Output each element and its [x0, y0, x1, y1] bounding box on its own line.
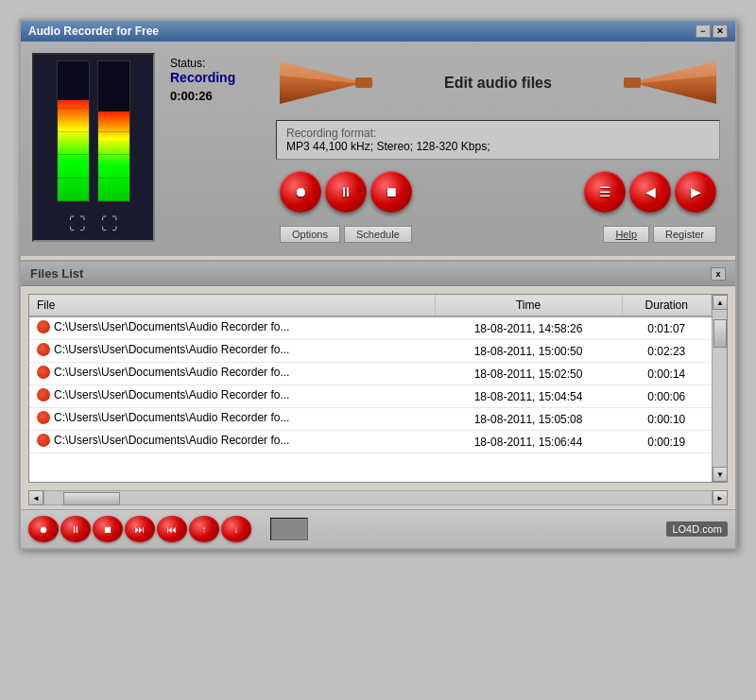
rewind-button[interactable]: ◀ [629, 171, 671, 213]
tb-pause-button[interactable]: ⏸ [60, 516, 91, 542]
col-file: File [29, 295, 435, 316]
close-button[interactable]: ✕ [713, 25, 728, 38]
record-button[interactable]: ⏺ [280, 171, 321, 213]
vu-meters [57, 60, 130, 202]
h-scroll-thumb[interactable] [63, 492, 120, 505]
pause-button[interactable]: ⏸ [325, 171, 367, 213]
tb-btn4-icon: ⏭ [135, 524, 145, 535]
expand-left-icon[interactable]: ⛶ [69, 214, 86, 234]
stop-button[interactable]: ⏹ [370, 171, 412, 213]
table-row[interactable]: C:\Users\User\Documents\Audio Recorder f… [29, 340, 712, 363]
stop-icon: ⏹ [385, 184, 398, 199]
expand-right-icon[interactable]: ⛶ [101, 214, 118, 234]
scroll-up-button[interactable]: ▲ [713, 295, 728, 310]
main-window: Audio Recorder for Free − ✕ [19, 19, 737, 550]
bottom-toolbar: ⏺ ⏸ ⏹ ⏭ ⏮ ↑ ↓ LO4D.com [21, 509, 735, 548]
files-table-inner[interactable]: File Time Duration C:\Users\User\Documen… [29, 295, 712, 482]
options-button[interactable]: Options [280, 226, 340, 243]
playback-transport-group: ☰ ◀ ▶ [584, 171, 716, 213]
status-time: 0:00:26 [170, 89, 257, 103]
tb-btn5[interactable]: ⏮ [157, 516, 187, 542]
record-icon: ⏺ [294, 184, 307, 199]
right-panel: Edit audio files [272, 53, 724, 245]
vu-bottom-icons: ⛶ ⛶ [69, 214, 118, 234]
scroll-track[interactable] [713, 310, 727, 467]
tb-btn6-icon: ↑ [202, 524, 207, 535]
file-cell: C:\Users\User\Documents\Audio Recorder f… [29, 431, 435, 453]
files-close-button[interactable]: x [711, 267, 726, 281]
file-cd-icon [37, 434, 50, 447]
table-row[interactable]: C:\Users\User\Documents\Audio Recorder f… [29, 408, 712, 431]
time-cell: 18-08-2011, 15:06:44 [435, 431, 622, 453]
action-row: Options Schedule Help Register [272, 224, 724, 245]
vu-meter-right [97, 60, 130, 202]
h-scroll-right-button[interactable]: ► [713, 490, 728, 505]
playlist-icon: ☰ [599, 184, 611, 199]
transport-row: ⏺ ⏸ ⏹ ☰ [272, 167, 724, 216]
table-row[interactable]: C:\Users\User\Documents\Audio Recorder f… [29, 363, 712, 385]
h-scroll-left-button[interactable]: ◄ [28, 490, 43, 505]
time-cell: 18-08-2011, 15:00:50 [435, 340, 622, 363]
col-time: Time [435, 295, 622, 316]
scroll-down-button[interactable]: ▼ [713, 467, 728, 482]
status-value: Recording [170, 70, 257, 85]
recording-format-box: Recording format: MP3 44,100 kHz; Stereo… [276, 120, 720, 160]
window-title: Audio Recorder for Free [28, 25, 159, 38]
tb-record-button[interactable]: ⏺ [28, 516, 59, 542]
watermark: LO4D.com [666, 521, 728, 537]
table-header-row: File Time Duration [29, 295, 712, 316]
tb-stop-button[interactable]: ⏹ [93, 516, 123, 542]
duration-cell: 0:02:23 [622, 340, 711, 363]
file-path: C:\Users\User\Documents\Audio Recorder f… [54, 388, 289, 401]
duration-cell: 0:00:19 [622, 431, 711, 453]
h-scroll-track[interactable] [43, 490, 713, 505]
vertical-scrollbar[interactable]: ▲ ▼ [712, 295, 727, 482]
table-row[interactable]: C:\Users\User\Documents\Audio Recorder f… [29, 431, 712, 453]
tb-btn5-icon: ⏮ [167, 524, 177, 535]
tb-record-icon: ⏺ [39, 524, 48, 535]
horn-area: Edit audio files [272, 53, 724, 112]
minimize-button[interactable]: − [696, 25, 711, 38]
file-cd-icon [37, 411, 50, 424]
file-cell: C:\Users\User\Documents\Audio Recorder f… [29, 385, 435, 408]
duration-cell: 0:00:10 [622, 408, 711, 431]
file-path: C:\Users\User\Documents\Audio Recorder f… [54, 411, 289, 424]
time-cell: 18-08-2011, 15:02:50 [435, 363, 622, 385]
tb-pause-icon: ⏸ [71, 524, 80, 535]
horizontal-scrollbar[interactable]: ◄ ► [28, 490, 728, 505]
pause-icon: ⏸ [339, 184, 352, 199]
tb-btn7[interactable]: ↓ [221, 516, 251, 542]
toolbar-display [270, 518, 308, 540]
record-transport-group: ⏺ ⏸ ⏹ [280, 171, 412, 213]
file-path: C:\Users\User\Documents\Audio Recorder f… [54, 366, 289, 379]
svg-rect-4 [624, 77, 641, 88]
recording-format-label: Recording format: [286, 127, 710, 140]
file-cell: C:\Users\User\Documents\Audio Recorder f… [29, 408, 435, 431]
time-cell: 18-08-2011, 15:05:08 [435, 408, 622, 431]
action-group-right: Help Register [603, 226, 716, 243]
action-group-left: Options Schedule [280, 226, 412, 243]
schedule-button[interactable]: Schedule [344, 226, 412, 243]
title-bar-buttons: − ✕ [696, 25, 728, 38]
play-button[interactable]: ▶ [675, 171, 716, 213]
vu-meter-left [57, 60, 90, 202]
playlist-button[interactable]: ☰ [584, 171, 626, 213]
col-duration: Duration [622, 295, 711, 316]
duration-cell: 0:01:07 [622, 316, 711, 340]
table-row[interactable]: C:\Users\User\Documents\Audio Recorder f… [29, 385, 712, 408]
file-path: C:\Users\User\Documents\Audio Recorder f… [54, 343, 289, 356]
file-cd-icon [37, 366, 50, 379]
register-button[interactable]: Register [653, 226, 716, 243]
tb-btn4[interactable]: ⏭ [125, 516, 155, 542]
file-cell: C:\Users\User\Documents\Audio Recorder f… [29, 363, 435, 385]
scroll-thumb[interactable] [713, 319, 727, 348]
file-path: C:\Users\User\Documents\Audio Recorder f… [54, 434, 289, 447]
horn-right-icon [622, 57, 716, 109]
status-label: Status: [170, 57, 257, 70]
files-table: File Time Duration C:\Users\User\Documen… [29, 295, 712, 453]
help-button[interactable]: Help [603, 226, 649, 243]
time-cell: 18-08-2011, 14:58:26 [435, 316, 622, 340]
tb-btn6[interactable]: ↑ [189, 516, 219, 542]
table-row[interactable]: C:\Users\User\Documents\Audio Recorder f… [29, 316, 712, 340]
time-cell: 18-08-2011, 15:04:54 [435, 385, 622, 408]
